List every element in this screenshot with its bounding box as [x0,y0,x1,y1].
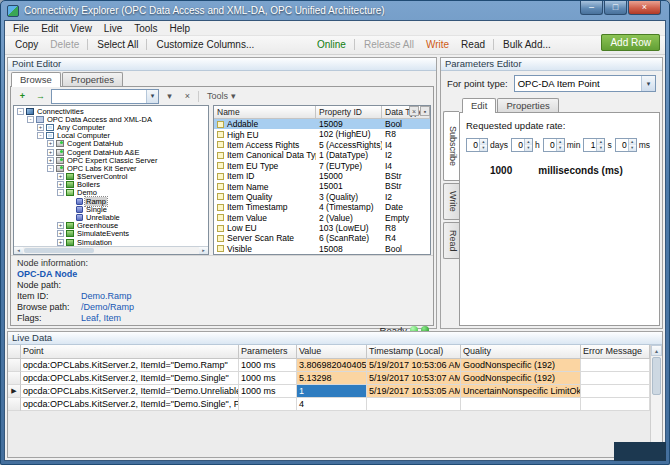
spinner-down-icon[interactable]: ▾ [629,145,636,151]
tree-node[interactable]: Boilers [14,181,208,189]
toolbar-button[interactable]: Customize Columns... [150,37,260,52]
property-row[interactable]: Item ID 15000 BStr [214,171,430,181]
spinner-down-icon[interactable]: ▾ [597,145,604,151]
tree-node[interactable]: Ramp [14,197,208,205]
property-row[interactable]: High EU 102 (HighEU) R8 [214,129,430,139]
cell-parameters[interactable]: 1000 ms [239,372,297,385]
tab[interactable]: Edit [462,98,496,113]
spinner-arrows[interactable]: ▴ ▾ [524,139,532,151]
cell-timestamp[interactable]: 5/19/2017 10:53:06 AM [367,359,461,372]
tools-menu-button[interactable]: Tools ▾ [202,89,241,103]
menu-item[interactable]: View [64,22,98,35]
toolbar-button[interactable]: Write [420,37,455,52]
expander-icon[interactable] [47,149,54,156]
spinner-down-icon[interactable]: ▾ [525,145,532,151]
side-tab[interactable]: Write [443,183,459,220]
cell-value[interactable]: 3.80698204040527 [297,359,367,372]
row-selector[interactable]: ▶ [8,385,21,398]
scroll-left-icon[interactable]: ◂ [14,247,23,254]
pin-icon[interactable]: ▪ [420,106,430,116]
tab[interactable]: Properties [497,98,558,112]
column-header-property-id[interactable]: Property ID [316,106,382,119]
column-header-value[interactable]: Value [297,345,367,359]
cell-error-message[interactable] [581,372,650,385]
minimize-button[interactable]: – [580,1,603,15]
spinner-input[interactable]: 1 ▴ ▾ [583,138,605,152]
maximize-button[interactable]: □ [604,1,627,15]
cell-timestamp[interactable] [367,398,461,411]
expander-icon[interactable] [27,116,34,123]
row-selector[interactable]: ▶ [8,372,21,385]
expander-icon[interactable] [57,230,64,237]
toolbar-button[interactable]: Copy [9,37,44,52]
dropdown-icon[interactable]: ▾ [162,89,177,103]
tree-node[interactable]: Demo [14,189,208,197]
property-row[interactable]: Visible 15008 Bool [214,244,430,254]
titlebar[interactable]: Connectivity Explorer (OPC Data Access a… [4,1,666,20]
tree-node[interactable]: Any Computer [14,123,208,131]
scroll-right-icon[interactable]: ▸ [199,247,208,254]
live-data-row[interactable]: ▶ opcda:OPCLabs.KitServer.2, ItemId="Dem… [8,372,650,385]
cell-parameters[interactable]: 1000 ms [239,385,297,398]
tree-node[interactable]: $ServerControl [14,173,208,181]
toolbar-button[interactable]: Select All [91,37,144,52]
column-header-name[interactable]: Name [214,106,316,119]
cell-point[interactable]: opcda:OPCLabs.KitServer.2, ItemId="Demo.… [21,372,239,385]
spinner-down-icon[interactable]: ▾ [480,145,487,151]
scrollbar-thumb[interactable] [24,248,94,253]
add-row-button[interactable]: Add Row [601,34,660,51]
expander-icon[interactable] [37,132,44,139]
vertical-scrollbar[interactable]: ▴ ▾ [650,345,662,457]
spinner-input[interactable]: 0 ▴ ▾ [543,138,565,152]
cell-quality[interactable]: UncertainNonspecific LimitOk (64) [461,385,581,398]
collapse-icon[interactable]: × [409,106,419,116]
live-data-row[interactable]: ▶ opcda:OPCLabs.KitServer.2, ItemId="Dem… [8,359,650,372]
delete-icon[interactable]: × [180,89,195,103]
menu-item[interactable]: Help [164,22,197,35]
scrollbar-track[interactable] [651,396,662,446]
live-data-row[interactable]: ▶ opcda:OPCLabs.KitServer.2, ItemId="Dem… [8,385,650,398]
cell-quality[interactable]: GoodNonspecific (192) [461,359,581,372]
cell-quality[interactable] [461,398,581,411]
spinner-arrows[interactable]: ▴ ▾ [628,139,636,151]
spinner-input[interactable]: 0 ▴ ▾ [511,138,533,152]
cell-point[interactable]: opcda:OPCLabs.KitServer.2, ItemId="Demo.… [21,359,239,372]
scrollbar-track[interactable] [95,247,199,254]
expander-icon[interactable] [47,157,54,164]
property-row[interactable]: Item EU Type 7 (EUType) I4 [214,161,430,171]
cell-error-message[interactable] [581,398,650,411]
menu-item[interactable]: Live [98,22,128,35]
expander-icon[interactable] [57,239,64,246]
cell-value[interactable]: 1 [297,385,367,398]
row-selector[interactable]: ▶ [8,359,21,372]
cell-parameters[interactable] [239,398,297,411]
expander-icon[interactable] [37,124,44,131]
property-row[interactable]: Server Scan Rate 6 (ScanRate) R4 [214,233,430,243]
property-row[interactable]: Item Value 2 (Value) Empty [214,213,430,223]
column-header-quality[interactable]: Quality [461,345,581,359]
spinner-input[interactable]: 0 ▴ ▾ [615,138,637,152]
side-tab[interactable]: Read [443,222,459,260]
expander-icon[interactable] [17,108,24,115]
close-button[interactable]: × [628,1,661,15]
column-header-parameters[interactable]: Parameters [239,345,297,359]
cell-timestamp[interactable]: 5/19/2017 10:53:07 AM [367,372,461,385]
property-row[interactable]: Item Timestamp 4 (Timestamp) Date [214,202,430,212]
expander-icon[interactable] [57,189,64,196]
expander-icon[interactable] [47,165,54,172]
expander-icon[interactable] [47,140,54,147]
toolbar-button[interactable]: Bulk Add... [497,37,557,52]
menu-item[interactable]: Tools [128,22,163,35]
spinner-down-icon[interactable]: ▾ [557,145,564,151]
property-row[interactable]: Item Quality 3 (Quality) I2 [214,192,430,202]
cell-point[interactable]: opcda:OPCLabs.KitServer.2, ItemId="Demo.… [21,398,239,411]
combobox-arrow-icon[interactable]: ▾ [641,76,655,91]
toolbar-button[interactable]: Online [311,37,352,52]
property-row[interactable]: Item Access Rights 5 (AccessRights) I4 [214,140,430,150]
property-row[interactable]: Low EU 103 (LowEU) R8 [214,223,430,233]
point-type-combobox[interactable]: OPC-DA Item Point ▾ [514,75,656,92]
cell-error-message[interactable] [581,385,650,398]
row-selector[interactable]: ▶ [8,398,21,411]
cell-parameters[interactable]: 1000 ms [239,359,297,372]
expander-icon[interactable] [57,181,64,188]
